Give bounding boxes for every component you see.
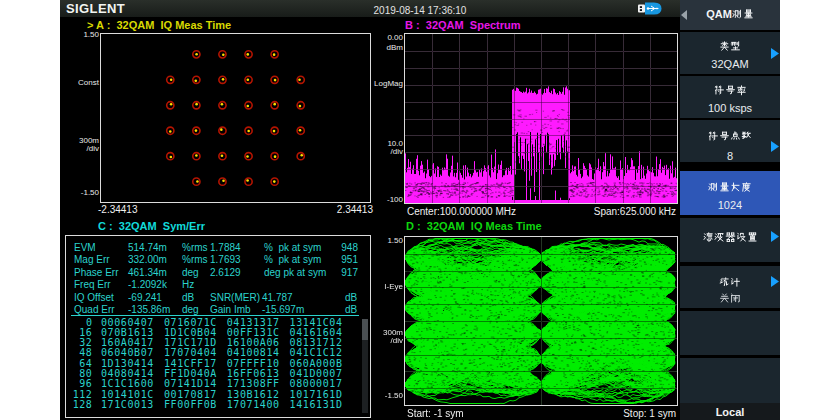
hex-row-index: 0 [66, 318, 93, 328]
hex-row-index: 128 [66, 400, 93, 410]
page: { "topbar": { "logo": "SIGLENT", "dateti… [0, 0, 840, 420]
symerr-cell: %rms [182, 254, 208, 265]
spectrum-trace [405, 34, 677, 203]
usb-icon [638, 2, 662, 15]
d-scale-unit: /div [373, 337, 403, 345]
a-ref-label: 1.50 [69, 31, 99, 39]
hex-group: 08000017 [290, 379, 343, 389]
sidebar-item-value: 1024 [680, 199, 780, 211]
window-d-title: D : 32QAM IQ Meas Time [406, 220, 542, 232]
symerr-cell: dB [345, 304, 357, 315]
local-label: Local [680, 406, 780, 418]
symerr-cell: 951 [308, 254, 358, 265]
sidebar-item-6[interactable] [680, 266, 780, 308]
submenu-arrow-icon [771, 231, 779, 242]
sidebar-item-3[interactable]: 8 [680, 120, 780, 162]
spectrum-plot [404, 33, 678, 204]
hex-scrollbar-thumb[interactable] [362, 319, 368, 340]
eye-trace [405, 237, 677, 405]
symerr-cell: 948 [308, 242, 358, 253]
menu-title: QAM [680, 8, 780, 20]
b-bottom-label: -100 [373, 196, 403, 204]
symerr-cell: -15.697m [262, 304, 304, 315]
sidebar-item-5[interactable] [680, 218, 780, 262]
symerr-cell: Quad Err [74, 304, 115, 315]
datetime-display: 2019-08-14 17:36:10 [320, 5, 520, 16]
sidebar-item-label [680, 84, 780, 96]
hex-group: FF00FF0B [164, 400, 217, 410]
hex-group: 04100814 [227, 348, 280, 358]
b-scale-unit: /div [373, 148, 403, 156]
hex-group: 00060407 [101, 318, 154, 328]
menu-header: QAM [680, 0, 780, 30]
sidebar-item-value: 8 [680, 150, 780, 162]
symerr-cell: deg [182, 267, 199, 278]
eye-plot [404, 236, 678, 406]
window-b-title: B : 32QAM Spectrum [405, 19, 521, 31]
analyzer-screen: { "topbar": { "logo": "SIGLENT", "dateti… [60, 0, 780, 420]
symerr-cell: %rms [182, 242, 208, 253]
symerr-cell: 2.6129 [210, 267, 241, 278]
hex-group: 06040B07 [101, 348, 154, 358]
symerr-cell: Hz [182, 279, 194, 290]
symerr-cell: Freq Err [74, 279, 111, 290]
hex-group: 17070404 [164, 348, 217, 358]
sidebar-item-7[interactable] [680, 311, 780, 355]
hex-group: 04131317 [227, 318, 280, 328]
local-button[interactable]: Local [680, 403, 780, 420]
symerr-cell: Mag Err [74, 254, 110, 265]
hex-group: 1C1C1600 [101, 379, 154, 389]
hex-group: 13141C04 [290, 318, 343, 328]
hex-row-index: 48 [66, 348, 93, 358]
symerr-cell: Gain Imb [210, 304, 251, 315]
b-scale-type: LogMag [371, 80, 403, 88]
sidebar-item-value [680, 292, 780, 304]
d-start-label: Start: -1 sym [407, 408, 464, 419]
symerr-cell: SNR(MER) [210, 292, 260, 303]
sidebar-item-label [680, 130, 780, 142]
hex-group: 171C0013 [101, 400, 154, 410]
sidebar-item-value: 100 ksps [680, 102, 780, 114]
constellation-plot [100, 33, 371, 203]
symerr-cell: 514.74m [128, 242, 167, 253]
hex-row-index: 96 [66, 379, 93, 389]
sidebar-item-2[interactable]: 100 ksps [680, 76, 780, 118]
b-center-freq: Center:100.000000 MHz [407, 206, 516, 217]
symerr-cell: deg [182, 304, 199, 315]
hex-group: 17071400 [227, 400, 280, 410]
symerr-cell: 461.34m [128, 267, 167, 278]
sidebar-item-8[interactable] [680, 358, 780, 403]
symerr-cell: -135.86m [128, 304, 170, 315]
table-separator [71, 315, 359, 316]
hex-group: 07141D14 [164, 379, 217, 389]
submenu-arrow-icon [771, 141, 779, 152]
symerr-cell: Phase Err [74, 267, 118, 278]
symerr-cell: -1.2092k [128, 279, 167, 290]
submenu-arrow-icon [771, 276, 779, 287]
d-axis-label: I-Eye [373, 283, 403, 291]
b-ref-label: 0.00 [373, 34, 403, 42]
symerr-table: EVM514.74m%rms1.7884% pk at sym948Mag Er… [65, 235, 371, 418]
window-a-title: > A : 32QAM IQ Meas Time [87, 19, 231, 31]
sidebar-item-1[interactable]: 32QAM [680, 32, 780, 74]
symerr-cell: -69.241 [128, 292, 162, 303]
hex-group: 171308FF [227, 379, 280, 389]
window-c-title: C : 32QAM Sym/Err [98, 220, 205, 232]
sidebar-item-label [680, 181, 780, 193]
sidebar-item-value: 32QAM [680, 58, 780, 70]
symerr-cell: 917 [308, 267, 358, 278]
a-axis-label: Const [69, 79, 99, 87]
a-bottom-label: -1.50 [69, 189, 99, 197]
b-ref-unit: dBm [373, 44, 403, 52]
hex-scrollbar[interactable] [362, 319, 368, 413]
symerr-cell: 1.7884 [210, 242, 241, 253]
symerr-cell: dB [182, 292, 194, 303]
d-bottom-label: -1.50 [373, 392, 403, 400]
sidebar-item-4[interactable]: 1024 [680, 171, 780, 215]
symerr-cell: EVM [74, 242, 96, 253]
symerr-cell: dB [345, 292, 357, 303]
submenu-arrow-icon [771, 48, 779, 59]
b-span: Span:625.000 kHz [526, 206, 676, 217]
menu-sidebar: QAM 32QAM100 ksps81024 Local [680, 0, 780, 420]
sidebar-item-label [680, 40, 780, 52]
